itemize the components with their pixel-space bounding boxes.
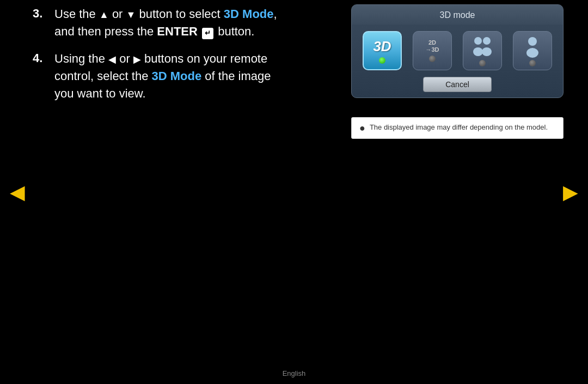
3d-mode-highlight-2: 3D Mode xyxy=(152,69,202,83)
tv-cancel-bar: Cancel xyxy=(352,75,563,97)
2d3d-label: 2D→3D xyxy=(425,39,439,53)
indicator-sbs xyxy=(479,60,486,66)
tv-icon-3d-box[interactable]: 3D xyxy=(363,31,402,70)
left-arrow-icon: ◀ xyxy=(108,52,116,66)
indicator-3d xyxy=(379,57,385,64)
3d-label: 3D xyxy=(373,38,391,55)
nav-left-arrow[interactable]: ◀ xyxy=(10,181,25,204)
svg-point-1 xyxy=(473,47,483,56)
tv-icon-tb[interactable] xyxy=(513,31,552,70)
tv-icon-3d[interactable]: 3D xyxy=(363,31,402,70)
step-4-number: 4. xyxy=(33,51,54,65)
tv-panel-title: 3D mode xyxy=(352,5,563,25)
3d-mode-highlight-1: 3D Mode xyxy=(224,7,274,21)
tv-icon-2d3d[interactable]: 2D→3D xyxy=(413,31,452,70)
tv-panel: 3D mode 3D 2D→3D xyxy=(351,4,564,98)
tv-icon-tb-box[interactable] xyxy=(513,31,552,70)
svg-point-5 xyxy=(526,48,538,58)
step-4-text: Using the ◀ or ▶ buttons on your remote … xyxy=(54,50,271,102)
note-bullet: ● xyxy=(359,123,365,133)
svg-point-4 xyxy=(528,37,537,46)
right-arrow-icon: ▶ xyxy=(133,52,141,66)
nav-right-arrow[interactable]: ▶ xyxy=(563,181,578,204)
enter-label: ENTER xyxy=(157,25,198,38)
step-3-number: 3. xyxy=(33,7,54,21)
sbs-icon xyxy=(471,35,494,58)
note-text: ● The displayed image may differ dependi… xyxy=(359,123,555,133)
main-content: 3. Use the ▲ or ▼ button to select 3D Mo… xyxy=(0,0,588,384)
enter-icon: ↵ xyxy=(202,28,213,39)
up-arrow-icon: ▲ xyxy=(99,8,109,22)
indicator-tb xyxy=(529,60,536,66)
svg-point-3 xyxy=(482,47,492,56)
step-4: 4. Using the ◀ or ▶ buttons on your remo… xyxy=(33,50,338,102)
indicator-2d3d xyxy=(429,56,436,62)
footer: English xyxy=(0,369,588,377)
down-arrow-icon: ▼ xyxy=(126,8,136,22)
footer-language: English xyxy=(283,369,306,377)
step-3: 3. Use the ▲ or ▼ button to select 3D Mo… xyxy=(33,5,338,40)
tv-panel-icons: 3D 2D→3D xyxy=(352,25,563,75)
svg-point-0 xyxy=(474,37,482,45)
cancel-button[interactable]: Cancel xyxy=(423,77,492,92)
svg-point-2 xyxy=(483,37,491,45)
tv-icon-sbs[interactable] xyxy=(463,31,502,70)
tv-icon-sbs-box[interactable] xyxy=(463,31,502,70)
note-content: The displayed image may differ depending… xyxy=(370,123,548,131)
instructions-panel: 3. Use the ▲ or ▼ button to select 3D Mo… xyxy=(33,5,338,112)
tv-icon-2d3d-box[interactable]: 2D→3D xyxy=(413,31,452,70)
tb-icon xyxy=(521,35,544,58)
step-3-text: Use the ▲ or ▼ button to select 3D Mode,… xyxy=(54,5,277,40)
note-box: ● The displayed image may differ dependi… xyxy=(351,117,564,139)
